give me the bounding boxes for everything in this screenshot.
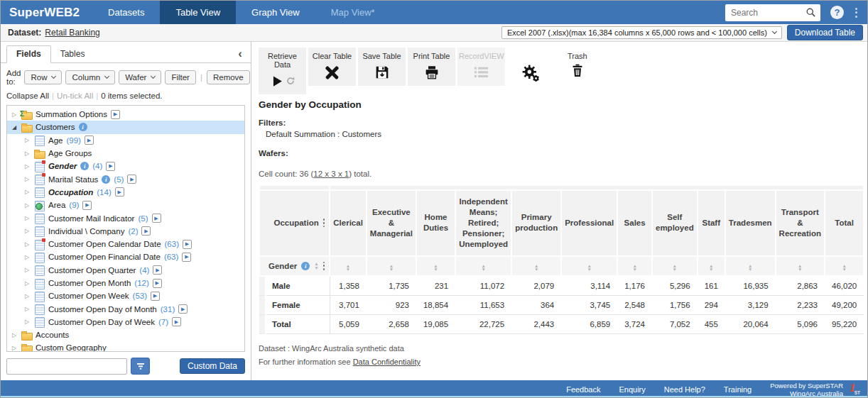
- save-table-button[interactable]: Save Table: [358, 48, 406, 86]
- tree-item[interactable]: ▷ Marital Status (5): [7, 172, 244, 185]
- value-cell[interactable]: 364: [511, 295, 561, 314]
- print-table-button[interactable]: Print Table: [408, 48, 455, 86]
- column-header-cell[interactable]: Self employed: [652, 190, 698, 256]
- tree-caret-icon[interactable]: ▷: [23, 150, 31, 157]
- tree-caret-icon[interactable]: ▷: [23, 202, 31, 209]
- add-field-arrow-icon[interactable]: [141, 226, 151, 236]
- sort-icon[interactable]: [389, 264, 394, 272]
- tree-item[interactable]: ▷ Custom Geography: [7, 341, 244, 352]
- value-cell[interactable]: 3,745: [561, 295, 617, 314]
- add-field-arrow-icon[interactable]: [178, 304, 188, 314]
- value-cell[interactable]: 2,443: [511, 314, 561, 333]
- collapse-panel-icon[interactable]: ‹: [235, 48, 245, 62]
- add-to-button[interactable]: Row: [24, 70, 62, 84]
- value-cell[interactable]: 3,129: [725, 295, 776, 314]
- value-cell[interactable]: 3,724: [617, 314, 652, 333]
- sort-icon[interactable]: [798, 264, 802, 272]
- sort-icon[interactable]: [346, 264, 350, 272]
- navbar-tab[interactable]: Table View: [160, 1, 236, 24]
- tree-caret-icon[interactable]: ▷: [23, 254, 31, 260]
- value-cell[interactable]: 11,653: [455, 295, 511, 314]
- tree-caret-icon[interactable]: ▷: [23, 228, 31, 234]
- tree-item[interactable]: ▷ Customer Open Week (53): [7, 289, 244, 302]
- tree-item[interactable]: ▷ Accounts: [7, 328, 244, 341]
- help-icon[interactable]: ?: [830, 6, 844, 19]
- sort-icon[interactable]: [842, 264, 846, 272]
- untick-all-link[interactable]: Un-tick All: [57, 92, 93, 100]
- tree-item[interactable]: ▷ Σ Summation Options: [7, 108, 244, 121]
- retrieve-data-button[interactable]: Retrieve Data: [259, 48, 306, 94]
- value-cell[interactable]: 5,096: [776, 314, 825, 333]
- column-header-cell[interactable]: Executive & Managerial: [367, 190, 416, 256]
- info-icon[interactable]: [80, 162, 89, 170]
- tree-caret-icon[interactable]: ▷: [23, 215, 31, 221]
- tree-item[interactable]: ▷ Age Groups: [7, 147, 244, 160]
- value-cell[interactable]: 2,079: [511, 276, 561, 296]
- tree-caret-icon[interactable]: ▷: [23, 189, 31, 195]
- tree-item[interactable]: ▷ Individual \ Company (2): [7, 225, 244, 238]
- value-cell[interactable]: 161: [698, 276, 725, 296]
- column-header-cell[interactable]: Independent Means; Retired; Pensioner; U…: [455, 190, 511, 256]
- add-field-arrow-icon[interactable]: [172, 317, 181, 326]
- value-cell[interactable]: 923: [367, 295, 416, 314]
- value-cell[interactable]: 16,935: [725, 276, 776, 296]
- add-field-arrow-icon[interactable]: [182, 253, 191, 262]
- sort-icon[interactable]: [709, 264, 713, 272]
- column-header-cell[interactable]: Primary production: [511, 190, 561, 256]
- tree-caret-icon[interactable]: ▷: [11, 332, 18, 338]
- info-icon[interactable]: [301, 262, 310, 270]
- value-cell[interactable]: 1,358: [330, 276, 367, 296]
- info-icon[interactable]: [79, 123, 87, 131]
- sort-icon[interactable]: [673, 264, 677, 272]
- tree-caret-icon[interactable]: ▷: [23, 306, 31, 312]
- tree-caret-icon[interactable]: ▷: [11, 345, 18, 351]
- add-field-arrow-icon[interactable]: [85, 136, 94, 145]
- value-cell[interactable]: 6,859: [561, 314, 617, 333]
- row-label[interactable]: Total: [266, 314, 330, 333]
- value-cell[interactable]: 5,296: [652, 276, 698, 296]
- footer-link[interactable]: Feedback: [566, 385, 600, 394]
- download-table-button[interactable]: Download Table: [787, 25, 863, 40]
- footer-link[interactable]: Need Help?: [664, 385, 705, 394]
- tree-caret-icon[interactable]: ▷: [23, 267, 31, 273]
- add-field-arrow-icon[interactable]: [153, 279, 162, 288]
- tab-fields[interactable]: Fields: [6, 45, 51, 63]
- value-cell[interactable]: 22,725: [455, 314, 511, 333]
- add-field-arrow-icon[interactable]: [82, 201, 92, 210]
- dataset-name-link[interactable]: Retail Banking: [45, 28, 99, 38]
- export-format-select[interactable]: Excel 2007 (.xlsx)(max 16,384 columns x …: [501, 26, 782, 39]
- add-field-arrow-icon[interactable]: [183, 240, 192, 249]
- clear-table-button[interactable]: Clear Table: [308, 48, 356, 86]
- tree-item[interactable]: ▷ Customer Open Financial Date (63): [7, 250, 244, 263]
- sort-icon[interactable]: [481, 264, 485, 272]
- value-cell[interactable]: 455: [698, 314, 725, 333]
- add-to-button[interactable]: Filter: [165, 70, 196, 84]
- trash-dropzone[interactable]: Trash: [568, 48, 587, 79]
- column-header-cell[interactable]: Home Duties: [416, 190, 455, 256]
- custom-data-button[interactable]: Custom Data: [180, 358, 245, 374]
- tree-caret-icon[interactable]: ▷: [23, 280, 31, 287]
- add-field-arrow-icon[interactable]: [127, 175, 136, 184]
- value-cell[interactable]: 1,176: [617, 276, 652, 296]
- sort-icon[interactable]: [534, 264, 538, 272]
- sort-icon[interactable]: [632, 264, 636, 272]
- column-header-cell[interactable]: Professional: [561, 190, 617, 256]
- data-confidentiality-link[interactable]: Data Confidentiality: [353, 358, 421, 366]
- footer-link[interactable]: Enquiry: [619, 385, 645, 394]
- value-cell[interactable]: 294: [698, 295, 725, 314]
- search-box[interactable]: [725, 4, 820, 21]
- navbar-tab[interactable]: Graph View: [236, 1, 315, 24]
- row-field-header[interactable]: Gender: [259, 256, 330, 276]
- tree-item[interactable]: ▷ Occupation (14): [7, 186, 244, 199]
- add-field-arrow-icon[interactable]: [153, 265, 162, 275]
- add-to-button[interactable]: Remove: [207, 70, 250, 84]
- add-field-arrow-icon[interactable]: [106, 162, 115, 171]
- tree-item[interactable]: ▷ Customer Mail Indicator (5): [7, 211, 244, 224]
- value-cell[interactable]: 19,085: [416, 314, 455, 333]
- value-cell[interactable]: 2,233: [776, 295, 825, 314]
- row-menu-icon[interactable]: [323, 262, 325, 270]
- row-label[interactable]: Female: [266, 295, 330, 314]
- tree-caret-icon[interactable]: ▷: [23, 163, 31, 170]
- tree-item[interactable]: ▷ Customer Open Day of Month (31): [7, 302, 244, 315]
- value-cell[interactable]: 3,701: [330, 295, 367, 314]
